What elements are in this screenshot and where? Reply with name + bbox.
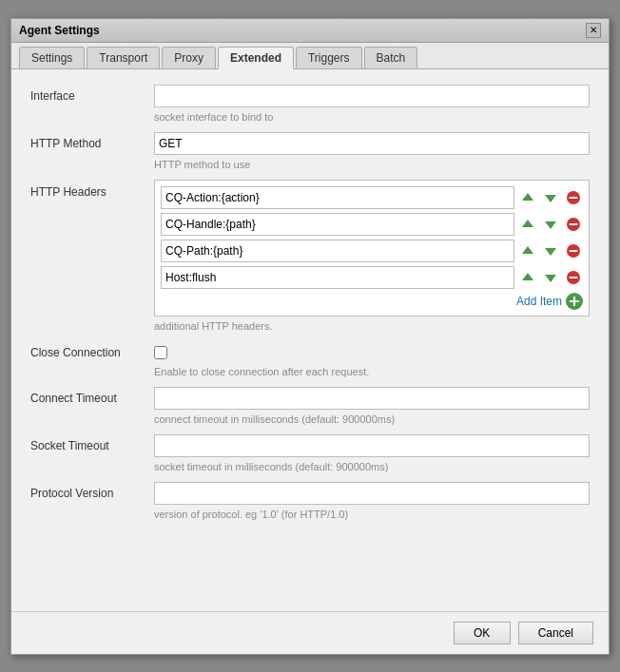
interface-input[interactable] <box>154 85 590 107</box>
svg-rect-3 <box>570 197 578 199</box>
http-method-input[interactable] <box>154 132 590 155</box>
header-down-0[interactable] <box>541 188 560 207</box>
header-up-0[interactable] <box>518 188 537 207</box>
svg-marker-1 <box>545 195 556 202</box>
interface-hint: socket interface to bind to <box>154 111 590 123</box>
http-method-row: HTTP Method <box>30 132 590 155</box>
protocol-version-field <box>154 482 590 505</box>
tabs-container: Settings Transport Proxy Extended Trigge… <box>11 43 609 69</box>
svg-marker-5 <box>545 221 556 229</box>
http-headers-label: HTTP Headers <box>30 180 154 199</box>
socket-timeout-row: Socket Timeout <box>30 434 590 457</box>
svg-marker-8 <box>522 246 533 254</box>
footer: OK Cancel <box>11 611 609 654</box>
close-connection-checkbox[interactable] <box>154 346 167 359</box>
close-connection-row: Close Connection <box>30 341 590 362</box>
http-headers-row: HTTP Headers <box>30 180 590 317</box>
tab-extended[interactable]: Extended <box>218 47 294 69</box>
header-input-3[interactable] <box>161 266 514 289</box>
title-bar: Agent Settings ✕ <box>11 19 609 43</box>
svg-rect-11 <box>570 250 578 252</box>
connect-timeout-row: Connect Timeout <box>30 387 590 410</box>
protocol-version-hint: version of protocol. eg '1.0' (for HTTP/… <box>154 509 590 520</box>
cancel-button[interactable]: Cancel <box>518 622 593 644</box>
interface-row: Interface <box>30 85 590 107</box>
headers-container: Add Item <box>154 180 590 317</box>
add-item-link[interactable]: Add Item <box>516 295 562 308</box>
socket-timeout-hint: socket timeout in milliseconds (default:… <box>154 461 590 472</box>
http-method-field <box>154 132 590 155</box>
socket-timeout-field <box>154 434 590 457</box>
header-down-1[interactable] <box>541 215 560 234</box>
svg-rect-7 <box>570 223 578 225</box>
protocol-version-row: Protocol Version <box>30 482 590 505</box>
tab-batch[interactable]: Batch <box>364 47 418 68</box>
add-item-plus-icon[interactable] <box>566 293 583 310</box>
ok-button[interactable]: OK <box>454 622 511 644</box>
tab-settings[interactable]: Settings <box>19 47 85 68</box>
header-input-2[interactable] <box>161 240 514 262</box>
header-row-1 <box>161 213 583 236</box>
socket-timeout-input[interactable] <box>154 434 590 457</box>
svg-marker-4 <box>522 220 533 227</box>
header-up-3[interactable] <box>518 268 537 287</box>
header-remove-0[interactable] <box>564 188 583 207</box>
content-area: Interface socket interface to bind to HT… <box>11 69 609 611</box>
agent-settings-dialog: Agent Settings ✕ Settings Transport Prox… <box>10 18 610 655</box>
http-method-label: HTTP Method <box>30 132 154 150</box>
http-headers-field: Add Item <box>154 180 590 317</box>
header-row-2 <box>161 240 583 262</box>
connect-timeout-field <box>154 387 590 410</box>
header-row-3 <box>161 266 583 289</box>
tab-triggers[interactable]: Triggers <box>296 47 362 68</box>
svg-marker-13 <box>545 275 556 282</box>
protocol-version-input[interactable] <box>154 482 590 505</box>
svg-marker-9 <box>545 248 556 256</box>
close-button[interactable]: ✕ <box>586 23 601 38</box>
dialog-title: Agent Settings <box>19 24 100 37</box>
http-method-hint: HTTP method to use <box>154 159 590 170</box>
header-remove-3[interactable] <box>564 268 583 287</box>
interface-label: Interface <box>30 85 154 103</box>
interface-field <box>154 85 590 107</box>
connect-timeout-input[interactable] <box>154 387 590 410</box>
svg-marker-12 <box>522 273 533 280</box>
connect-timeout-label: Connect Timeout <box>30 387 154 405</box>
svg-rect-15 <box>570 277 578 278</box>
header-input-1[interactable] <box>161 213 514 236</box>
tab-proxy[interactable]: Proxy <box>162 47 216 68</box>
connect-timeout-hint: connect timeout in milliseconds (default… <box>154 413 590 425</box>
tab-transport[interactable]: Transport <box>87 47 160 68</box>
header-up-2[interactable] <box>518 241 537 260</box>
close-connection-hint: Enable to close connection after each re… <box>154 366 590 377</box>
header-up-1[interactable] <box>518 215 537 234</box>
close-connection-field <box>154 341 590 362</box>
http-headers-hint: additional HTTP headers. <box>154 320 590 332</box>
protocol-version-label: Protocol Version <box>30 482 154 500</box>
socket-timeout-label: Socket Timeout <box>30 434 154 452</box>
header-down-3[interactable] <box>541 268 560 287</box>
header-remove-1[interactable] <box>564 215 583 234</box>
close-connection-label: Close Connection <box>30 341 154 359</box>
add-item-row: Add Item <box>161 293 583 310</box>
header-input-0[interactable] <box>161 186 514 209</box>
header-down-2[interactable] <box>541 241 560 260</box>
svg-marker-0 <box>522 193 533 201</box>
svg-rect-18 <box>570 300 579 302</box>
header-row-0 <box>161 186 583 209</box>
header-remove-2[interactable] <box>564 241 583 260</box>
